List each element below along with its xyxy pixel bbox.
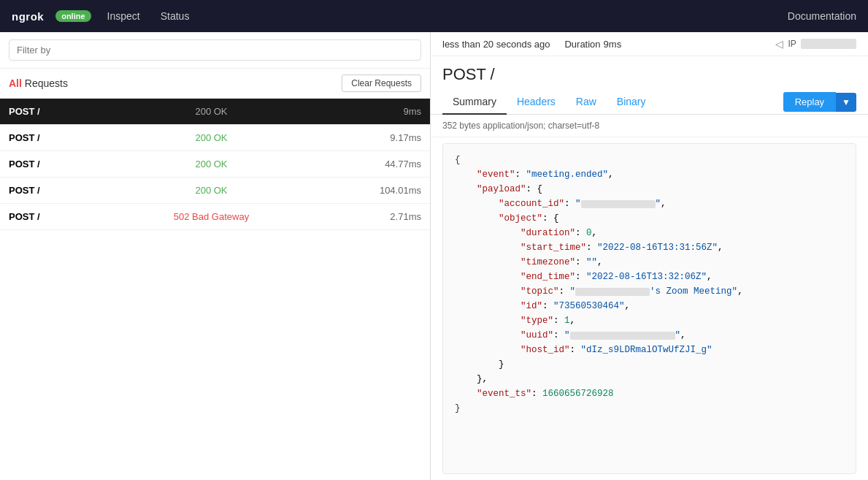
request-method: POST / xyxy=(9,159,60,169)
table-row[interactable]: POST / 200 OK 9ms xyxy=(0,99,430,125)
redacted-topic xyxy=(575,288,650,296)
requests-header: All Requests Clear Requests xyxy=(0,69,430,99)
request-time: 9ms xyxy=(363,106,421,117)
request-status: 200 OK xyxy=(60,106,363,117)
main-layout: All Requests Clear Requests POST / 200 O… xyxy=(0,32,868,480)
filter-bar xyxy=(0,32,430,69)
request-list: POST / 200 OK 9ms POST / 200 OK 9.17ms P… xyxy=(0,99,430,480)
request-status: 502 Bad Gateway xyxy=(60,211,363,222)
request-method: POST / xyxy=(9,185,60,196)
duration-label: Duration xyxy=(564,39,600,50)
meta-duration: Duration 9ms xyxy=(564,39,621,50)
duration-value: 9ms xyxy=(604,39,622,50)
request-status: 200 OK xyxy=(60,132,363,143)
request-status: 200 OK xyxy=(60,185,363,196)
online-badge: online xyxy=(55,10,91,22)
all-label: All xyxy=(9,77,22,89)
redacted-account-id xyxy=(581,200,656,208)
right-panel: less than 20 seconds ago Duration 9ms ◁ … xyxy=(431,32,868,480)
table-row[interactable]: POST / 502 Bad Gateway 2.71ms xyxy=(0,204,430,230)
requests-title: All Requests xyxy=(9,77,68,89)
content-info: 352 bytes application/json; charset=utf-… xyxy=(431,115,868,137)
json-viewer[interactable]: { "event": "meeting.ended", "payload": {… xyxy=(442,143,856,474)
table-row[interactable]: POST / 200 OK 44.77ms xyxy=(0,151,430,178)
replay-button[interactable]: Replay xyxy=(783,92,836,112)
request-time: 104.01ms xyxy=(363,185,421,196)
request-meta: less than 20 seconds ago Duration 9ms ◁ … xyxy=(431,32,868,56)
ip-label: IP xyxy=(788,39,796,49)
tab-summary[interactable]: Summary xyxy=(442,90,507,115)
tab-binary[interactable]: Binary xyxy=(607,90,656,115)
request-time: 2.71ms xyxy=(363,211,421,222)
replay-dropdown-button[interactable]: ▼ xyxy=(836,93,856,112)
request-title: POST / xyxy=(431,56,868,90)
tab-headers[interactable]: Headers xyxy=(507,90,566,115)
nav-docs[interactable]: Documentation xyxy=(788,10,856,22)
user-icon: ◁ xyxy=(775,38,783,50)
request-method: POST / xyxy=(9,106,60,117)
clear-requests-button[interactable]: Clear Requests xyxy=(342,75,421,92)
meta-time: less than 20 seconds ago xyxy=(442,39,550,50)
filter-input[interactable] xyxy=(9,39,421,61)
brand-logo: ngrok xyxy=(12,10,44,23)
left-panel: All Requests Clear Requests POST / 200 O… xyxy=(0,32,431,480)
request-method: POST / xyxy=(9,211,60,222)
request-time: 9.17ms xyxy=(363,132,421,143)
replay-btn-group: Replay ▼ xyxy=(783,92,856,112)
tab-raw[interactable]: Raw xyxy=(566,90,607,115)
meta-ip: ◁ IP 0.000.00.000 xyxy=(775,38,856,50)
nav-inspect[interactable]: Inspect xyxy=(103,7,145,25)
ip-value: 0.000.00.000 xyxy=(801,39,856,49)
redacted-uuid xyxy=(570,332,675,340)
request-status: 200 OK xyxy=(60,159,363,169)
request-time: 44.77ms xyxy=(363,159,421,169)
top-nav: ngrok online Inspect Status Documentatio… xyxy=(0,0,868,32)
table-row[interactable]: POST / 200 OK 104.01ms xyxy=(0,178,430,204)
tabs-bar: Summary Headers Raw Binary Replay ▼ xyxy=(431,90,868,115)
table-row[interactable]: POST / 200 OK 9.17ms xyxy=(0,125,430,151)
nav-status[interactable]: Status xyxy=(156,7,194,25)
request-method: POST / xyxy=(9,132,60,143)
